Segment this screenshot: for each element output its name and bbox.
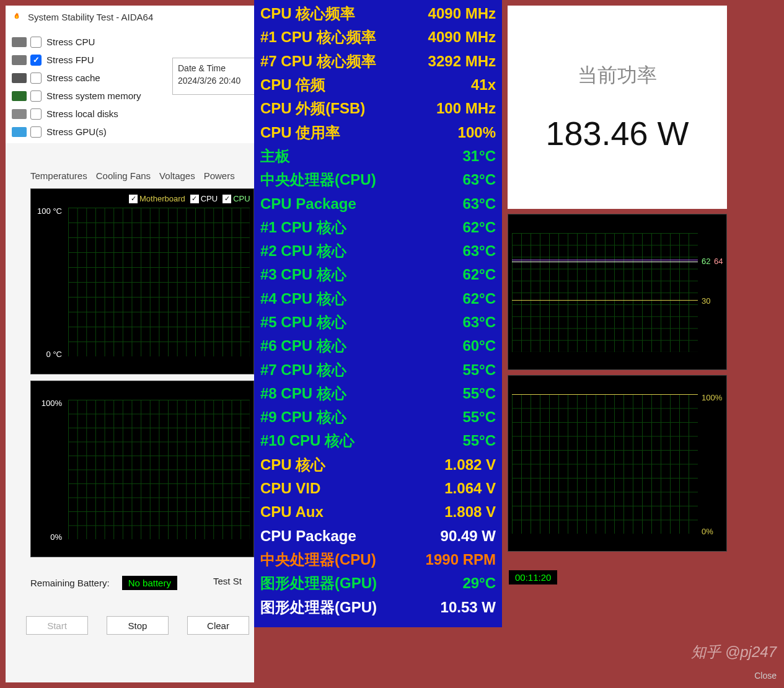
sensor-key: #3 CPU 核心 (260, 265, 346, 284)
checkbox[interactable] (30, 90, 42, 102)
stress-option[interactable]: Stress local disks (12, 105, 248, 123)
sensor-row: CPU 使用率100% (260, 120, 496, 144)
checkbox[interactable] (30, 37, 42, 48)
sensor-row: #8 CPU 核心55°C (260, 382, 496, 405)
sensor-row: #7 CPU 核心55°C (260, 358, 496, 381)
hardware-icon (12, 91, 27, 101)
sensor-key: #7 CPU 核心频率 (260, 51, 376, 71)
line-yellow (512, 394, 698, 395)
sensor-value: 63°C (462, 242, 496, 260)
elapsed-time: 00:11:20 (509, 570, 557, 584)
checkbox[interactable] (30, 55, 42, 66)
sensor-row: CPU Aux1.808 V (260, 500, 496, 524)
sensor-key: #10 CPU 核心 (260, 431, 355, 451)
line-yellow (512, 300, 698, 301)
stress-label: Stress local disks (46, 108, 118, 119)
hardware-icon (12, 127, 27, 137)
y-val: 64 (714, 257, 723, 266)
y-tick-top: 100% (702, 393, 722, 402)
remaining-battery: Remaining Battery: No battery (30, 576, 177, 590)
tab[interactable]: Temperatures (30, 170, 87, 181)
close-button[interactable]: Close (754, 671, 777, 681)
sensor-key: 中央处理器(CPU) (260, 170, 376, 190)
sensor-row: #7 CPU 核心频率3292 MHz (260, 50, 496, 73)
sensor-value: 41x (471, 76, 496, 94)
sensor-key: #1 CPU 核心 (260, 218, 346, 237)
checkbox[interactable] (30, 108, 42, 120)
sensor-key: #7 CPU 核心 (260, 360, 346, 380)
sensor-row: #9 CPU 核心55°C (260, 405, 496, 429)
y-tick-bot: 0% (702, 527, 713, 536)
sensor-key: 中央处理器(CPU) (260, 550, 376, 570)
tab[interactable]: Voltages (159, 170, 195, 181)
stress-option[interactable]: Stress GPU(s) (12, 123, 248, 141)
sensor-row: CPU 倍频41x (260, 73, 496, 97)
sensor-value: 29°C (462, 575, 496, 592)
stop-button[interactable]: Stop (107, 616, 169, 635)
legend-label: CPU (233, 194, 250, 203)
grid (68, 208, 250, 356)
y-axis-right: 62 64 30 (699, 232, 726, 355)
checkbox[interactable] (30, 126, 42, 138)
sensor-key: CPU Package (260, 527, 356, 545)
checkbox[interactable]: ✓ (190, 195, 199, 203)
sensor-row: 中央处理器(CPU)63°C (260, 168, 496, 192)
sensor-key: 主板 (260, 146, 290, 166)
stress-label: Stress FPU (46, 55, 94, 65)
sensor-row: 图形处理器(GPU)29°C (260, 571, 496, 595)
sensor-row: CPU 外频(FSB)100 MHz (260, 97, 496, 120)
checkbox[interactable]: ✓ (222, 195, 231, 203)
sensor-row: CPU 核心1.082 V (260, 453, 496, 477)
sensor-value: 90.49 W (441, 527, 496, 545)
stress-label: Stress system memory (46, 90, 141, 101)
aida64-pane: System Stability Test - AIDA64 Stress CP… (6, 6, 254, 682)
sensor-row: #1 CPU 核心频率4090 MHz (260, 25, 496, 49)
sensor-value: 62°C (462, 219, 496, 236)
stress-label: Stress cache (46, 73, 100, 83)
checkbox[interactable] (30, 73, 42, 84)
start-button[interactable]: Start (26, 616, 88, 635)
sensor-row: CPU 核心频率4090 MHz (260, 2, 496, 25)
sensor-key: #1 CPU 核心频率 (260, 27, 376, 47)
legend-item[interactable]: ✓Motherboard (129, 194, 185, 203)
y-tick-bot: 0% (50, 532, 62, 542)
window-title: System Stability Test - AIDA64 (28, 12, 153, 22)
sensor-value: 55°C (462, 385, 496, 402)
stress-label: Stress GPU(s) (46, 126, 107, 137)
sensor-key: CPU 倍频 (260, 75, 325, 95)
power-label: 当前功率 (578, 62, 657, 89)
sensor-row: 图形处理器(GPU)10.53 W (260, 595, 496, 619)
clear-button[interactable]: Clear (187, 616, 249, 635)
sensor-row: #4 CPU 核心62°C (260, 287, 496, 311)
watermark: 知乎 @pj247 (691, 642, 777, 662)
usage-graph-right: 100% 0% (508, 375, 727, 552)
stress-label: Stress CPU (46, 37, 95, 47)
sensor-key: #6 CPU 核心 (260, 336, 346, 356)
temperature-graph-right: 62 64 30 (508, 214, 727, 370)
legend-item[interactable]: ✓CPU (222, 194, 250, 203)
sensor-value: 100 MHz (436, 100, 496, 117)
y-axis-right: 100% 0% (699, 393, 726, 536)
legend-item[interactable]: ✓CPU (190, 194, 218, 203)
stress-option[interactable]: Stress CPU (12, 33, 248, 51)
sensor-value: 55°C (462, 361, 496, 379)
hardware-icon (12, 37, 27, 47)
sensor-key: #8 CPU 核心 (260, 384, 346, 404)
tab[interactable]: Powers (204, 170, 235, 181)
y-tick-bot: 0 °C (46, 350, 62, 359)
sensor-row: 中央处理器(CPU)1990 RPM (260, 548, 496, 571)
hardware-icon (12, 55, 27, 65)
sensor-value: 1.808 V (444, 503, 496, 521)
checkbox[interactable]: ✓ (129, 195, 138, 203)
tab[interactable]: Cooling Fans (96, 170, 151, 181)
sensor-value: 63°C (462, 195, 496, 213)
legend-label: Motherboard (139, 194, 185, 203)
tabs: TemperaturesCooling FansVoltagesPowers (30, 170, 235, 181)
power-panel: 当前功率 183.46 W (508, 6, 727, 209)
sensor-value: 63°C (462, 314, 496, 331)
sensor-row: #6 CPU 核心60°C (260, 334, 496, 358)
test-status-label: Test St (213, 576, 242, 586)
sensor-key: CPU 核心频率 (260, 4, 355, 24)
sensor-key: CPU VID (260, 480, 320, 497)
sensor-key: CPU 使用率 (260, 123, 340, 143)
